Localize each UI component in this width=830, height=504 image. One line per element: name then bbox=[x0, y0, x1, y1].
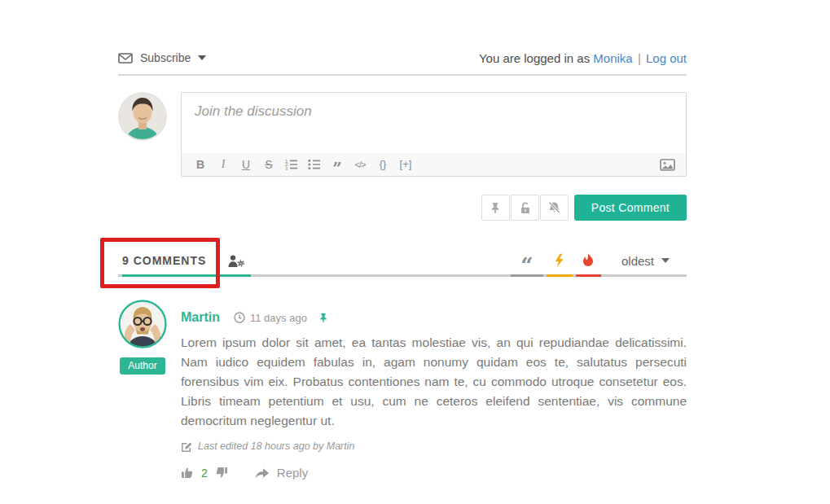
unordered-list-icon bbox=[308, 159, 321, 170]
quote-filter-underline bbox=[511, 274, 543, 277]
sticky-comment-button[interactable] bbox=[481, 195, 510, 221]
insert-image-button[interactable] bbox=[656, 153, 678, 176]
pinned-comment-icon bbox=[318, 312, 328, 323]
upvote-button[interactable] bbox=[181, 467, 194, 479]
reply-label: Reply bbox=[277, 466, 308, 480]
reacted-filter-underline bbox=[547, 274, 573, 277]
commenters-settings-button[interactable] bbox=[228, 255, 245, 267]
comments-count-label: 9 COMMENTS bbox=[122, 254, 206, 267]
spoiler-button[interactable]: {} bbox=[371, 153, 394, 176]
subscribe-label: Subscribe bbox=[140, 51, 191, 64]
downvote-button[interactable] bbox=[215, 467, 228, 479]
hottest-filter-underline bbox=[576, 274, 601, 277]
active-tab-underline bbox=[122, 274, 251, 277]
blockquote-button[interactable]: ” bbox=[326, 153, 349, 176]
comments-count-group: 9 COMMENTS bbox=[118, 244, 245, 277]
comment-text: Lorem ipsum dolor sit amet, ea tantas mo… bbox=[181, 333, 687, 431]
sort-dropdown[interactable]: oldest bbox=[621, 254, 670, 268]
bold-button[interactable]: B bbox=[189, 153, 212, 176]
pipe-separator: | bbox=[636, 51, 643, 65]
thumbs-up-icon bbox=[181, 467, 194, 479]
comment-author-column: Author bbox=[118, 300, 167, 480]
underline-button[interactable]: U bbox=[235, 153, 257, 176]
comment-timestamp: 11 days ago bbox=[234, 312, 307, 324]
comment-input[interactable]: Join the discussion bbox=[182, 93, 686, 153]
avatar-martin bbox=[118, 300, 167, 348]
flame-icon bbox=[582, 253, 594, 268]
username-link[interactable]: Monika bbox=[593, 51, 632, 65]
editor-toolbar: B I U S 1 2 3 bbox=[182, 153, 686, 176]
comment-author-name[interactable]: Martin bbox=[181, 310, 220, 325]
comments-header-bar: 9 COMMENTS “ bbox=[118, 244, 687, 277]
ordered-list-icon: 1 2 3 bbox=[285, 159, 298, 170]
unordered-list-button[interactable] bbox=[303, 153, 326, 176]
code-button[interactable]: </> bbox=[349, 153, 371, 176]
ordered-list-button[interactable]: 1 2 3 bbox=[280, 153, 303, 176]
form-actions: Post Comment bbox=[481, 195, 687, 221]
lock-icon bbox=[519, 201, 531, 214]
reply-button[interactable]: Reply bbox=[255, 466, 308, 480]
most-reacted-filter[interactable] bbox=[547, 244, 573, 277]
quote-icon: “ bbox=[520, 252, 533, 270]
subscribe-dropdown[interactable]: Subscribe bbox=[118, 51, 206, 64]
logout-link[interactable]: Log out bbox=[646, 51, 687, 65]
time-ago-label: 11 days ago bbox=[250, 312, 307, 324]
top-divider bbox=[118, 74, 687, 76]
pin-icon bbox=[490, 201, 501, 214]
current-user-avatar bbox=[118, 92, 167, 177]
pin-icon bbox=[318, 312, 328, 323]
close-thread-button[interactable] bbox=[511, 195, 539, 221]
comment-header: Martin 11 days ago bbox=[181, 310, 687, 325]
logged-in-text: You are logged in as bbox=[479, 51, 590, 65]
topbar: Subscribe You are logged in as Monika | … bbox=[118, 47, 687, 68]
author-badge: Author bbox=[120, 357, 165, 375]
most-commented-filter[interactable]: “ bbox=[511, 244, 543, 277]
more-tags-button[interactable]: [+] bbox=[394, 153, 417, 176]
user-gear-icon bbox=[228, 255, 245, 267]
edited-note-label: Last edited 18 hours ago by Martin bbox=[198, 440, 354, 452]
comment-footer: 2 Reply bbox=[181, 466, 687, 480]
clock-icon bbox=[234, 312, 245, 323]
mute-notifications-button[interactable] bbox=[540, 195, 569, 221]
italic-button[interactable]: I bbox=[212, 153, 235, 176]
hottest-filter[interactable] bbox=[576, 244, 601, 277]
comment-edited-note: Last edited 18 hours ago by Martin bbox=[181, 440, 687, 452]
comment-filters: “ oldest bbox=[511, 244, 687, 277]
upvote-count: 2 bbox=[201, 467, 208, 480]
comment-editor: Join the discussion B I U S 1 2 3 bbox=[181, 92, 687, 177]
sort-label: oldest bbox=[621, 254, 654, 268]
lightning-icon bbox=[554, 253, 564, 268]
thumbs-down-icon bbox=[215, 467, 228, 479]
avatar-monika bbox=[118, 92, 167, 141]
comment-item: Author Martin 11 days ago Lorem i bbox=[118, 300, 687, 480]
bell-slash-icon bbox=[547, 201, 561, 214]
comment-content: Martin 11 days ago Lorem ipsum dolor sit… bbox=[181, 300, 687, 480]
svg-text:3: 3 bbox=[285, 166, 288, 170]
edit-icon bbox=[181, 440, 192, 452]
comments-section: Subscribe You are logged in as Monika | … bbox=[118, 0, 687, 504]
chevron-down-icon bbox=[198, 55, 206, 60]
login-state: You are logged in as Monika | Log out bbox=[479, 51, 687, 65]
reply-arrow-icon bbox=[255, 467, 270, 479]
comment-form: Join the discussion B I U S 1 2 3 bbox=[118, 92, 687, 177]
strikethrough-button[interactable]: S bbox=[257, 153, 280, 176]
post-comment-button[interactable]: Post Comment bbox=[574, 195, 687, 221]
image-icon bbox=[660, 159, 675, 171]
envelope-icon bbox=[118, 53, 133, 64]
chevron-down-icon bbox=[661, 258, 670, 263]
